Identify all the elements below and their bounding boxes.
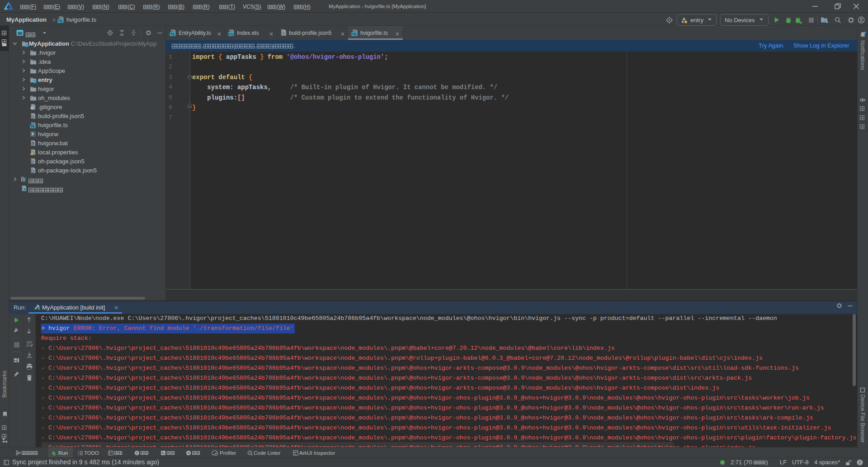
svg-text:TS: TS bbox=[58, 19, 62, 23]
svg-text:ETS: ETS bbox=[228, 33, 233, 36]
svg-text:TS: TS bbox=[170, 33, 175, 36]
svg-text:TS: TS bbox=[352, 33, 356, 36]
svg-text:TS: TS bbox=[31, 125, 35, 128]
